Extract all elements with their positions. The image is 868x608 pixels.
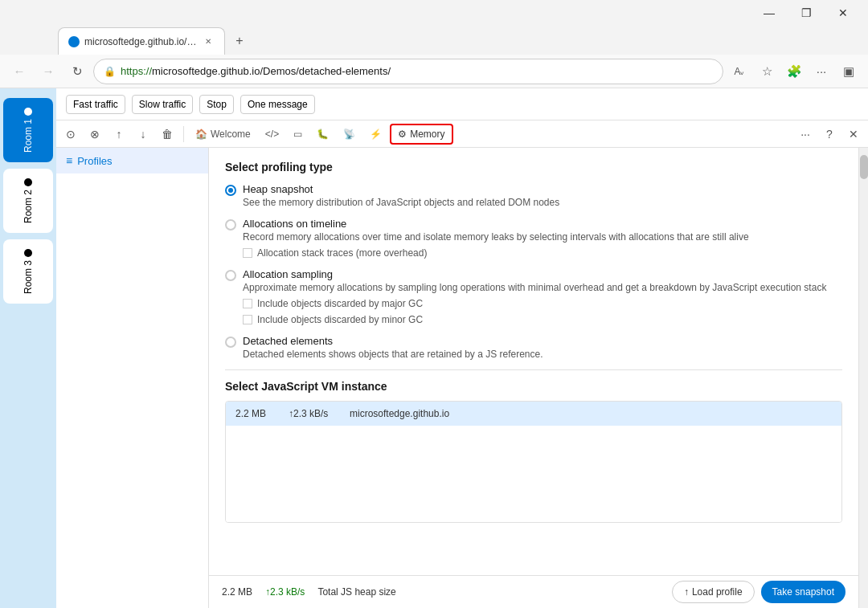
- room-item-1[interactable]: Room 1: [3, 98, 53, 162]
- option-heap-snapshot: Heap snapshot See the memory distributio…: [225, 183, 842, 208]
- content-area: Room 1 Room 2 Room 3 Fast traffic Slow t…: [0, 88, 868, 608]
- tab-elements[interactable]: </>: [259, 124, 285, 145]
- take-snapshot-button[interactable]: Take snapshot: [761, 581, 845, 603]
- tab-title: microsoftedge.github.io/Demos/c...: [84, 36, 197, 47]
- heap-snapshot-label: Heap snapshot: [243, 183, 842, 195]
- home-icon: 🏠: [195, 129, 207, 140]
- tab-sources[interactable]: 🐛: [310, 124, 335, 145]
- radio-heap-snapshot[interactable]: [225, 185, 236, 196]
- devtools-help-btn[interactable]: ?: [818, 123, 841, 145]
- footer-heap-label: Total JS heap size: [317, 586, 395, 598]
- address-bar[interactable]: 🔒 https://microsoftedge.github.io/Demos/…: [93, 59, 723, 84]
- allocation-stack-traces-row: Allocation stack traces (more overhead): [243, 247, 842, 259]
- heap-snapshot-desc: See the memory distribution of JavaScrip…: [243, 197, 842, 208]
- forward-button[interactable]: →: [35, 59, 61, 84]
- new-tab-button[interactable]: +: [228, 30, 251, 52]
- room-item-3[interactable]: Room 3: [3, 239, 53, 304]
- tab-console[interactable]: ▭: [287, 124, 309, 145]
- more-button[interactable]: ···: [809, 59, 834, 84]
- favorites-button[interactable]: ☆: [754, 59, 780, 84]
- nav-right-buttons: Aᵥ ☆ 🧩 ··· ▣: [727, 59, 862, 84]
- devtools-close-btn[interactable]: ✕: [842, 123, 865, 145]
- read-aloud-button[interactable]: Aᵥ: [727, 59, 752, 84]
- back-button[interactable]: ←: [6, 59, 32, 84]
- title-bar: — ❐ ✕: [0, 0, 868, 26]
- profiles-header[interactable]: ≡ Profiles: [56, 148, 208, 173]
- checkbox-include-minor-gc[interactable]: [243, 315, 252, 324]
- one-message-button[interactable]: One message: [240, 95, 315, 114]
- nav-bar: ← → ↻ 🔒 https://microsoftedge.github.io/…: [0, 55, 868, 88]
- devtools-area: ⊙ ⊗ ↑ ↓ 🗑 🏠 Welcome </> ▭: [56, 120, 868, 608]
- vm-instance-row[interactable]: 2.2 MB ↑2.3 kB/s microsoftedge.github.io: [226, 402, 841, 426]
- profiles-sidebar: ≡ Profiles: [56, 148, 209, 608]
- tab-performance[interactable]: ⚡: [363, 124, 388, 145]
- scrollbar-thumb[interactable]: [860, 155, 868, 179]
- toolbar-divider: [183, 126, 184, 142]
- vm-size: 2.2 MB: [235, 408, 276, 419]
- footer-size: 2.2 MB: [222, 586, 252, 598]
- detached-elements-content: Detached elements Detached elements show…: [243, 335, 842, 360]
- room-item-2[interactable]: Room 2: [3, 169, 53, 233]
- devtools-download-btn[interactable]: ↓: [132, 123, 154, 145]
- radio-allocation-sampling[interactable]: [225, 270, 236, 281]
- devtools-upload-btn[interactable]: ↑: [108, 123, 130, 145]
- devtools-more-btn[interactable]: ···: [794, 123, 817, 145]
- main-content-wrapper: Select profiling type Heap snapshot See …: [209, 148, 858, 608]
- detached-elements-label: Detached elements: [243, 335, 842, 347]
- close-button[interactable]: ✕: [825, 0, 862, 26]
- tab-memory[interactable]: ⚙ Memory: [390, 124, 452, 145]
- main-content: Select profiling type Heap snapshot See …: [209, 148, 858, 575]
- detached-elements-desc: Detached elements shows objects that are…: [243, 349, 842, 360]
- room-dot-3: [24, 249, 32, 257]
- console-icon: ▭: [293, 129, 302, 140]
- devtools-delete-btn[interactable]: 🗑: [156, 123, 178, 145]
- option-allocations-timeline: Allocations on timeline Record memory al…: [225, 218, 842, 259]
- devtools-stop-btn[interactable]: ⊗: [84, 123, 106, 145]
- slow-traffic-button[interactable]: Slow traffic: [132, 95, 193, 114]
- tab-close-icon[interactable]: ✕: [202, 35, 215, 48]
- window-controls: — ❐ ✕: [751, 0, 862, 26]
- upload-icon: ↑: [684, 586, 689, 598]
- tab-memory-label: Memory: [410, 129, 444, 140]
- extensions-button[interactable]: 🧩: [781, 59, 807, 84]
- footer-actions: ↑ Load profile Take snapshot: [672, 581, 845, 603]
- devtools-right-actions: ··· ? ✕: [794, 123, 865, 145]
- restore-button[interactable]: ❐: [788, 0, 825, 26]
- sidebar-button[interactable]: ▣: [836, 59, 862, 84]
- minimize-button[interactable]: —: [751, 0, 788, 26]
- browser-tab[interactable]: microsoftedge.github.io/Demos/c... ✕: [58, 27, 225, 55]
- load-profile-label: Load profile: [692, 586, 743, 598]
- option-allocation-sampling: Allocation sampling Approximate memory a…: [225, 268, 842, 325]
- devtools-toolbar: ⊙ ⊗ ↑ ↓ 🗑 🏠 Welcome </> ▭: [56, 120, 868, 148]
- load-profile-button[interactable]: ↑ Load profile: [672, 581, 755, 603]
- room-dot-2: [24, 178, 32, 186]
- bug-icon: 🐛: [317, 129, 329, 140]
- allocations-timeline-content: Allocations on timeline Record memory al…: [243, 218, 842, 259]
- tab-network[interactable]: 📡: [337, 124, 362, 145]
- memory-panel: ≡ Profiles Select profiling type: [56, 148, 868, 608]
- network-icon: 📡: [343, 129, 355, 140]
- devtools-capture-btn[interactable]: ⊙: [59, 123, 82, 145]
- allocations-timeline-label: Allocations on timeline: [243, 218, 842, 230]
- room-buttons-bar: Fast traffic Slow traffic Stop One messa…: [56, 88, 868, 120]
- radio-allocations-timeline[interactable]: [225, 219, 236, 231]
- refresh-button[interactable]: ↻: [64, 59, 90, 84]
- radio-detached-elements[interactable]: [225, 337, 236, 348]
- section-divider: [225, 369, 842, 370]
- vm-instance-table: 2.2 MB ↑2.3 kB/s microsoftedge.github.io: [225, 401, 842, 523]
- option-detached-elements: Detached elements Detached elements show…: [225, 335, 842, 360]
- address-text: https://microsoftedge.github.io/Demos/de…: [121, 65, 713, 77]
- fast-traffic-button[interactable]: Fast traffic: [66, 95, 125, 114]
- checkbox-include-major-gc[interactable]: [243, 299, 252, 308]
- tab-favicon: [68, 36, 80, 47]
- room-toolbar-area: Fast traffic Slow traffic Stop One messa…: [56, 88, 868, 608]
- vm-section-title: Select JavaScript VM instance: [225, 380, 842, 393]
- scrollbar-track[interactable]: [858, 148, 868, 608]
- rooms-panel: Room 1 Room 2 Room 3: [0, 88, 56, 608]
- allocation-stack-traces-label: Allocation stack traces (more overhead): [257, 247, 427, 259]
- checkbox-allocation-stack-traces[interactable]: [243, 248, 252, 258]
- tab-welcome[interactable]: 🏠 Welcome: [189, 124, 257, 145]
- stop-button[interactable]: Stop: [199, 95, 234, 114]
- vm-empty-space: [226, 426, 841, 522]
- profiles-label: Profiles: [77, 155, 112, 167]
